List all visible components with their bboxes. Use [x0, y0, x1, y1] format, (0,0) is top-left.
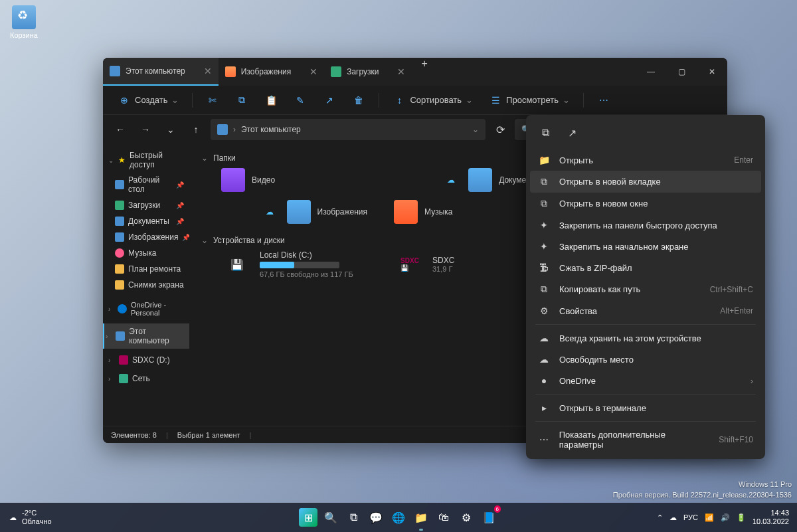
language-button[interactable]: РУС	[683, 513, 698, 521]
tab-images[interactable]: Изображения ✕	[219, 58, 324, 86]
sidebar-item-desktop[interactable]: Рабочий стол📌	[103, 172, 189, 197]
sidebar-item-screenshots[interactable]: Снимки экрана	[103, 277, 189, 293]
context-menu-item[interactable]: ⧉Копировать как путьCtrl+Shift+C	[530, 278, 761, 300]
sidebar-onedrive[interactable]: ›OneDrive - Personal	[103, 298, 189, 319]
store-button[interactable]: 🛍	[434, 508, 453, 527]
folder-icon	[115, 280, 124, 290]
pin-icon: 📌	[182, 234, 189, 241]
copy-button[interactable]: ⧉	[228, 90, 255, 111]
context-menu-item[interactable]: ☁Освободить место	[530, 349, 761, 370]
paste-button[interactable]: 📋	[258, 90, 284, 111]
tab-thispc[interactable]: Этот компьютер ✕	[103, 58, 219, 86]
drive-c[interactable]: 💾 Local Disk (C:) 67,6 ГБ свободно из 11…	[221, 250, 367, 278]
maximize-button[interactable]: ▢	[666, 58, 697, 86]
share-button[interactable]: ↗	[561, 122, 583, 144]
folder-video[interactable]: Видео	[221, 168, 367, 192]
sidebar-item-documents[interactable]: Документы📌	[103, 213, 189, 229]
folder-images[interactable]: ☁Изображения	[221, 200, 367, 224]
recycle-bin[interactable]: Корзина	[10, 5, 38, 39]
chevron-up-icon[interactable]: ⌃	[657, 513, 663, 522]
sidebar-item-music[interactable]: Музыка	[103, 245, 189, 261]
folder-icon	[115, 264, 124, 274]
new-tab-button[interactable]: +	[412, 58, 436, 86]
menu-icon: ⧉	[538, 176, 550, 187]
up-button[interactable]: ↑	[185, 119, 207, 140]
sidebar-quick-access[interactable]: ⌄★Быстрый доступ	[103, 148, 189, 172]
wifi-icon[interactable]: 📶	[705, 513, 714, 522]
clock[interactable]: 14:43 10.03.2022	[753, 509, 789, 526]
menu-icon: ✦	[538, 241, 550, 252]
recycle-icon	[12, 5, 36, 29]
sort-button[interactable]: ↕Сортировать ⌄	[386, 90, 480, 111]
context-menu-item[interactable]: ✦Закрепить на панели быстрого доступа	[530, 215, 761, 236]
close-icon[interactable]: ✕	[204, 66, 212, 76]
sidebar-network[interactable]: ›Сеть	[103, 371, 189, 386]
sidebar-item-downloads[interactable]: Загрузки📌	[103, 197, 189, 213]
drive-sdxc[interactable]: SDXC💾 SDXC 31,9 Г	[394, 250, 540, 278]
context-menu-item[interactable]: ⧉Открыть в новом окне	[530, 193, 761, 215]
chevron-right-icon: ›	[751, 376, 753, 386]
close-icon[interactable]: ✕	[310, 66, 317, 77]
teams-button[interactable]: 💬	[367, 508, 385, 527]
sidebar-item-images[interactable]: Изображения📌	[103, 229, 189, 245]
volume-icon[interactable]: 🔊	[721, 513, 730, 522]
menu-icon: ⚙	[538, 306, 550, 316]
folder-music[interactable]: Музыка	[394, 200, 540, 224]
context-menu-item[interactable]: ⚙СвойстваAlt+Enter	[530, 300, 761, 321]
context-menu-item[interactable]: ✦Закрепить на начальном экране	[530, 236, 761, 257]
more-button[interactable]: ⋯	[590, 90, 617, 111]
context-menu-item[interactable]: ☁Всегда хранить на этом устройстве	[530, 327, 761, 349]
explorer-button[interactable]: 📁	[412, 508, 430, 527]
folder-documents[interactable]: ☁Документы	[394, 168, 540, 192]
context-menu: ⧉ ↗ 📁ОткрытьEnter⧉Открыть в новой вкладк…	[526, 115, 765, 459]
sync-icon: ☁	[447, 175, 455, 185]
refresh-button[interactable]: ⟳	[489, 119, 511, 140]
context-menu-item[interactable]: ⋯Показать дополнительные параметрыShift+…	[530, 424, 761, 455]
forward-button[interactable]: →	[135, 119, 156, 140]
new-button[interactable]: ⊕Создать ⌄	[111, 90, 185, 111]
settings-button[interactable]: ⚙	[457, 508, 476, 527]
context-menu-item[interactable]: ▸Открыть в терминале	[530, 397, 761, 418]
context-menu-item[interactable]: 🗜Сжать в ZIP-файл	[530, 257, 761, 278]
window-controls: — ▢ ✕	[636, 58, 727, 86]
app-button[interactable]: 📘6	[480, 508, 498, 527]
battery-icon[interactable]: 🔋	[737, 513, 746, 522]
tab-label: Изображения	[241, 67, 291, 76]
toolbar: ⊕Создать ⌄ ✄ ⧉ 📋 ✎ ↗ 🗑 ↕Сортировать ⌄ ☰П…	[103, 86, 727, 115]
documents-icon	[468, 168, 492, 192]
cut-button[interactable]: ✄	[199, 90, 226, 111]
address-bar[interactable]: › Этот компьютер ⌄	[211, 119, 486, 140]
context-menu-item[interactable]: ●OneDrive›	[530, 370, 761, 391]
minimize-button[interactable]: —	[636, 58, 666, 86]
tab-downloads[interactable]: Загрузки ✕	[324, 58, 412, 86]
pin-icon: 📌	[176, 218, 184, 225]
back-button[interactable]: ←	[110, 119, 131, 140]
context-menu-item[interactable]: ⧉Открыть в новой вкладке	[530, 171, 761, 193]
desktop: Корзина Windows 11 Pro Пробная версия. B…	[0, 0, 797, 532]
copy-button[interactable]: ⧉	[534, 122, 557, 144]
sidebar-thispc[interactable]: ›Этот компьютер	[103, 323, 189, 349]
rename-button[interactable]: ✎	[287, 90, 313, 111]
delete-button[interactable]: 🗑	[345, 90, 372, 111]
share-button[interactable]: ↗	[316, 90, 343, 111]
separator	[535, 324, 756, 325]
taskview-button[interactable]: ⧉	[344, 508, 363, 527]
recent-button[interactable]: ⌄	[160, 119, 181, 140]
context-menu-item[interactable]: 📁ОткрытьEnter	[530, 149, 761, 171]
start-button[interactable]: ⊞	[299, 508, 317, 527]
shortcut: Alt+Enter	[720, 306, 753, 315]
sync-icon: ☁	[266, 207, 274, 217]
view-button[interactable]: ☰Просмотреть ⌄	[482, 90, 576, 111]
weather-widget[interactable]: ☁ -2°C Облачно	[0, 509, 61, 526]
close-icon[interactable]: ✕	[397, 66, 405, 77]
close-button[interactable]: ✕	[697, 58, 727, 86]
sidebar-item-folder[interactable]: План ремонта	[103, 261, 189, 277]
edge-button[interactable]: 🌐	[389, 508, 408, 527]
sidebar-sdxc[interactable]: ›SDXC (D:)	[103, 353, 189, 367]
drive-icon: 💾	[221, 252, 253, 276]
chevron-down-icon[interactable]: ⌄	[472, 125, 479, 134]
tab-label: Этот компьютер	[126, 66, 185, 76]
menu-icon: ⧉	[538, 284, 550, 295]
search-button[interactable]: 🔍	[321, 508, 340, 527]
onedrive-icon[interactable]: ☁	[669, 513, 677, 522]
